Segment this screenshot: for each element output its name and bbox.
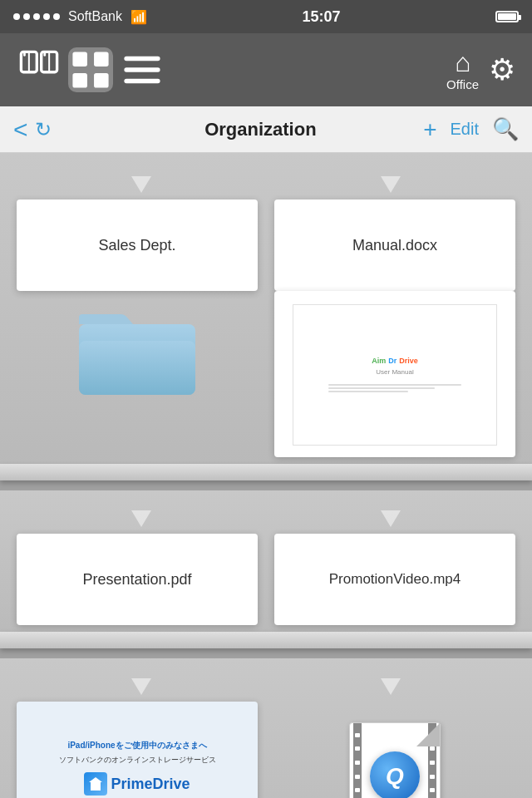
shelf-row-1: Sales Dept. <box>0 153 532 490</box>
folder-icon-visual <box>17 291 258 407</box>
book-view-button[interactable] <box>17 47 62 92</box>
refresh-button[interactable]: ↻ <box>35 118 52 141</box>
presentation-card[interactable]: Presentation.pdf <box>17 534 258 625</box>
sales-dept-label: Sales Dept. <box>98 237 175 254</box>
shelf-1-items: Sales Dept. <box>17 200 515 457</box>
back-button[interactable]: < <box>13 116 28 144</box>
svg-rect-11 <box>124 67 160 71</box>
add-button[interactable]: + <box>423 116 436 143</box>
primedrive-banner-top: iPad/iPhoneをご使用中のみなさまへ <box>67 740 206 751</box>
status-right <box>495 11 519 22</box>
qt-page: Q <box>349 722 441 798</box>
video-file-icon[interactable]: Q <box>274 702 515 798</box>
battery-icon <box>495 11 519 22</box>
video-file-item: Q <box>274 702 515 798</box>
shelf-underside-2 <box>0 648 532 658</box>
promo-video-label: PromotionVideo.mp4 <box>329 571 461 588</box>
office-label: Office <box>446 77 479 91</box>
office-button[interactable]: ⌂ Office <box>446 49 479 91</box>
shelf-row-3: iPad/iPhoneをご使用中のみなさまへ ソフトバンクのオンラインストレージ… <box>0 658 532 798</box>
shelf-2-items: Presentation.pdf PromotionVideo.mp4 <box>17 534 515 625</box>
primedrive-banner-sub: ソフトバンクのオンラインストレージサービス <box>59 755 216 766</box>
qt-filmstrip-left <box>353 723 362 798</box>
toolbar-right: ⌂ Office ⚙ <box>446 49 515 91</box>
book-icon <box>17 47 62 92</box>
shelf-underside-1 <box>0 480 532 490</box>
status-bar: SoftBank 📶 15:07 <box>0 0 532 33</box>
list-view-button[interactable] <box>120 47 165 92</box>
presentation-item: Presentation.pdf <box>17 534 258 625</box>
svg-rect-12 <box>124 79 160 83</box>
shelf-board-2 <box>0 632 532 648</box>
list-icon <box>120 47 165 92</box>
primedrive-card[interactable]: iPad/iPhoneをご使用中のみなさまへ ソフトバンクのオンラインストレージ… <box>17 702 258 798</box>
quicktime-q: Q <box>386 763 404 790</box>
quicktime-icon: Q <box>349 722 441 798</box>
shelf-board-1 <box>0 464 532 480</box>
quicktime-logo: Q <box>370 751 420 798</box>
wifi-icon: 📶 <box>131 9 147 25</box>
primedrive-logo-text: PrimeDrive <box>111 776 190 793</box>
manual-preview-content: Aim Dr Drive User Manual <box>293 304 498 446</box>
page-title: Organization <box>65 119 457 140</box>
presentation-label: Presentation.pdf <box>82 571 191 589</box>
grid-view-button[interactable] <box>68 47 113 92</box>
status-left: SoftBank 📶 <box>13 9 147 25</box>
edit-button[interactable]: Edit <box>451 120 479 139</box>
svg-rect-7 <box>94 52 109 66</box>
folder-icon <box>71 299 204 399</box>
toolbar: ⌂ Office ⚙ <box>0 33 532 106</box>
toolbar-left <box>17 47 165 92</box>
shelf-row-2: Presentation.pdf PromotionVideo.mp4 <box>0 490 532 658</box>
primedrive-item: iPad/iPhoneをご使用中のみなさまへ ソフトバンクのオンラインストレージ… <box>17 702 258 798</box>
carrier-label: SoftBank <box>68 9 122 24</box>
main-content: Sales Dept. <box>0 153 532 798</box>
primedrive-logo-icon <box>84 772 107 796</box>
svg-rect-9 <box>94 73 109 88</box>
svg-rect-4 <box>23 52 26 56</box>
manual-label: Manual.docx <box>352 237 437 254</box>
promo-video-item: PromotionVideo.mp4 <box>274 534 515 625</box>
svg-rect-6 <box>72 52 87 66</box>
signal-dots <box>13 13 60 20</box>
shelf-3-items: iPad/iPhoneをご使用中のみなさまへ ソフトバンクのオンラインストレージ… <box>17 702 515 798</box>
nav-bar: < ↻ Organization + Edit 🔍 <box>0 106 532 153</box>
sales-dept-card[interactable]: Sales Dept. <box>17 200 258 291</box>
promo-video-card[interactable]: PromotionVideo.mp4 <box>274 534 515 625</box>
settings-gear-icon[interactable]: ⚙ <box>489 52 515 87</box>
manual-preview-card[interactable]: Aim Dr Drive User Manual <box>274 291 515 457</box>
grid-icon <box>68 47 113 92</box>
search-button[interactable]: 🔍 <box>492 116 519 142</box>
manual-docx-item: Manual.docx Aim Dr Drive User Manual <box>274 200 515 457</box>
svg-rect-8 <box>72 73 87 88</box>
primedrive-logo: PrimeDrive <box>84 772 190 796</box>
svg-rect-14 <box>79 341 195 395</box>
svg-rect-10 <box>124 57 160 61</box>
svg-rect-5 <box>43 52 46 56</box>
sales-dept-item: Sales Dept. <box>17 200 258 457</box>
manual-card[interactable]: Manual.docx <box>274 200 515 291</box>
office-house-icon: ⌂ <box>455 49 470 76</box>
time-label: 15:07 <box>302 8 340 26</box>
